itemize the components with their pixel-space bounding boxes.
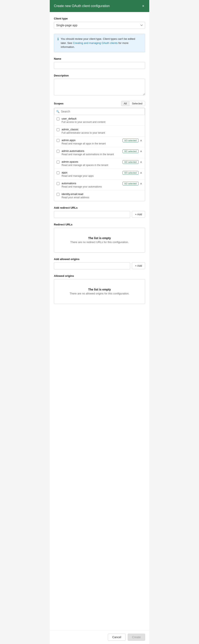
scope-name-admin-classic: admin_classic <box>62 128 142 131</box>
scopes-group: Scopes All Selected 🔍 user_default Full … <box>54 101 145 201</box>
info-icon: ℹ <box>58 37 59 49</box>
description-label: Description <box>54 74 145 77</box>
scope-item-admin-apps: admin.apps Read and manage all apps in t… <box>54 136 145 147</box>
search-icon: 🔍 <box>56 110 60 113</box>
scope-name-identity-email: identity.email:read <box>62 192 142 196</box>
origins-empty-desc: There are no allowed origins for this co… <box>70 292 129 295</box>
scope-expand-automations[interactable]: ∧ <box>140 182 142 186</box>
info-text: You should review your client type. Clie… <box>61 37 142 49</box>
name-label: Name <box>54 57 145 60</box>
scope-name-admin-apps: admin.apps <box>62 138 120 142</box>
scope-item-automations: automations Read and manage your automat… <box>54 180 145 190</box>
scope-expand-admin-apps[interactable]: ∧ <box>140 138 142 142</box>
allowed-origins-list-group: Allowed origins The list is empty There … <box>54 274 145 304</box>
scope-desc-admin-apps: Read and manage all apps in the tenant <box>62 142 120 145</box>
modal-header: Create new OAuth client configuration × <box>50 0 149 12</box>
scope-desc-admin-spaces: Read and manage all spaces in the tenant <box>62 164 120 166</box>
description-input[interactable] <box>54 79 145 95</box>
allowed-origins-list-label: Allowed origins <box>54 274 145 278</box>
scope-badge-apps: 0/3 selected <box>122 171 138 175</box>
scope-checkbox-admin-classic[interactable] <box>56 128 60 131</box>
scope-desc-user-default: Full access to your account and content <box>62 120 142 124</box>
scope-name-automations: automations <box>62 182 120 185</box>
add-origins-label: Add allowed origins <box>54 258 145 261</box>
scope-badge-automations: 0/2 selected <box>122 182 138 186</box>
info-box: ℹ You should review your client type. Cl… <box>54 34 145 52</box>
redirect-add-button[interactable]: + Add <box>132 211 145 218</box>
scope-item-identity-email: identity.email:read Read your email addr… <box>54 190 145 201</box>
name-group: Name <box>54 57 145 69</box>
scope-expand-admin-automations[interactable]: ∧ <box>140 150 142 153</box>
scope-desc-automations: Read and manage your automations <box>62 185 120 188</box>
create-button[interactable]: Create <box>128 634 145 641</box>
scopes-header: Scopes All Selected <box>54 101 145 106</box>
cancel-button[interactable]: Cancel <box>108 634 126 641</box>
allowed-origins-section: Add allowed origins + Add <box>54 258 145 269</box>
search-wrapper: 🔍 <box>54 108 145 115</box>
scope-desc-admin-automations: Read and manage all automations in the t… <box>62 153 120 156</box>
scope-checkbox-apps[interactable] <box>56 171 60 174</box>
scope-name-user-default: user_default <box>62 117 142 120</box>
scope-checkbox-user-default[interactable] <box>56 118 60 120</box>
info-link[interactable]: Creating and managing OAuth clients <box>73 42 118 44</box>
redirect-urls-list-label: Redirect URLs <box>54 223 145 226</box>
redirect-urls-section: Add redirect URLs + Add <box>54 206 145 218</box>
scopes-selected-btn[interactable]: Selected <box>129 101 145 106</box>
scope-item-admin-classic: admin_classic Full administrator access … <box>54 126 145 136</box>
scope-checkbox-admin-automations[interactable] <box>56 150 60 153</box>
scope-expand-apps[interactable]: ∧ <box>140 171 142 175</box>
scope-desc-identity-email: Read your email address <box>62 196 142 199</box>
scopes-toggle: All Selected <box>121 101 145 106</box>
scope-checkbox-admin-spaces[interactable] <box>56 160 60 164</box>
scope-checkbox-admin-apps[interactable] <box>56 139 60 142</box>
scope-item-admin-spaces: admin.spaces Read and manage all spaces … <box>54 158 145 169</box>
scope-desc-admin-classic: Full administrator access to your tenant <box>62 131 142 134</box>
modal-footer: Cancel Create <box>50 630 149 644</box>
client-type-group: Client type Single-page app <box>54 17 145 29</box>
client-type-label: Client type <box>54 17 145 20</box>
scope-expand-admin-spaces[interactable]: ∧ <box>140 160 142 164</box>
client-type-select[interactable]: Single-page app <box>54 22 145 29</box>
scope-name-admin-automations: admin.automations <box>62 150 120 152</box>
redirect-empty-desc: There are no redirect URLs for this conf… <box>70 240 129 244</box>
add-redirect-label: Add redirect URLs <box>54 206 145 209</box>
modal-body: Client type Single-page app ℹ You should… <box>50 12 149 630</box>
scope-item-user-default: user_default Full access to your account… <box>54 115 145 126</box>
scope-name-apps: apps <box>62 171 120 174</box>
scope-badge-admin-spaces: 0/2 selected <box>122 160 138 164</box>
origins-input-row: + Add <box>54 262 145 269</box>
origins-empty-title: The list is empty <box>88 288 111 291</box>
close-button[interactable]: × <box>141 3 145 9</box>
scope-checkbox-automations[interactable] <box>56 182 60 185</box>
scopes-search-input[interactable] <box>54 108 145 115</box>
scope-item-admin-automations: admin.automations Read and manage all au… <box>54 147 145 158</box>
scopes-list: 🔍 user_default Full access to your accou… <box>54 108 145 201</box>
allowed-origins-empty-box: The list is empty There are no allowed o… <box>54 279 145 304</box>
redirect-input-row: + Add <box>54 211 145 218</box>
modal-container: Create new OAuth client configuration × … <box>50 0 149 644</box>
name-input[interactable] <box>54 62 145 69</box>
modal-title: Create new OAuth client configuration <box>54 4 110 8</box>
redirect-url-input[interactable] <box>54 211 130 218</box>
scope-name-admin-spaces: admin.spaces <box>62 160 120 163</box>
origins-add-button[interactable]: + Add <box>132 262 145 269</box>
redirect-urls-list-group: Redirect URLs The list is empty There ar… <box>54 223 145 252</box>
scope-item-apps: apps Read and manage your apps 0/3 selec… <box>54 169 145 180</box>
scopes-label: Scopes <box>54 102 64 105</box>
scope-checkbox-identity-email[interactable] <box>56 193 60 196</box>
scope-badge-admin-automations: 0/2 selected <box>122 150 138 153</box>
scope-desc-apps: Read and manage your apps <box>62 174 120 177</box>
allowed-origins-input[interactable] <box>54 262 130 269</box>
scopes-all-btn[interactable]: All <box>121 101 129 106</box>
description-group: Description <box>54 74 145 96</box>
scope-badge-admin-apps: 0/3 selected <box>122 138 138 142</box>
redirect-empty-title: The list is empty <box>88 236 111 240</box>
redirect-urls-empty-box: The list is empty There are no redirect … <box>54 228 145 252</box>
